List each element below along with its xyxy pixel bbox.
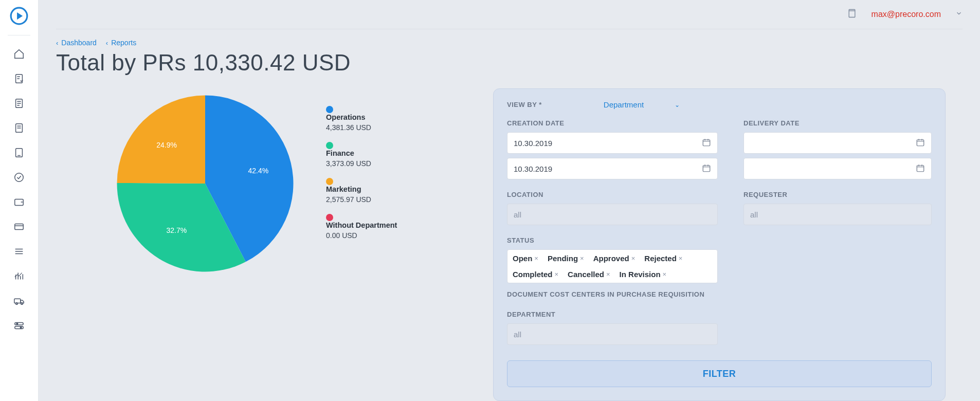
chart-legend: Operations 4,381.36 USD Finance 3,373.09… <box>326 94 397 240</box>
view-by-value: Department <box>604 100 644 109</box>
status-chips[interactable]: Open×Pending×Approved×Rejected×Completed… <box>507 249 718 283</box>
legend-item[interactable]: Operations 4,381.36 USD <box>326 106 397 132</box>
pie-slice[interactable] <box>117 96 205 184</box>
filter-panel: VIEW BY * Department ⌄ CREATION DATE 10.… <box>493 88 946 401</box>
legend-name: Marketing <box>326 185 397 193</box>
legend-name: Operations <box>326 113 397 121</box>
status-chip[interactable]: In Revision× <box>620 270 667 279</box>
svg-point-13 <box>16 323 18 324</box>
view-by-label: VIEW BY * <box>507 101 542 108</box>
status-chip[interactable]: Approved× <box>593 254 636 263</box>
user-menu-chevron[interactable] <box>955 10 963 19</box>
status-chip[interactable]: Cancelled× <box>568 270 610 279</box>
nav-reports[interactable] <box>7 266 31 286</box>
filter-button[interactable]: FILTER <box>507 360 932 387</box>
creation-date-to-value: 10.30.2019 <box>514 165 552 173</box>
svg-point-9 <box>16 303 18 305</box>
nav-list[interactable] <box>7 241 31 262</box>
legend-value: 3,373.09 USD <box>326 159 397 168</box>
status-chip[interactable]: Pending× <box>548 254 584 263</box>
nav-card[interactable] <box>7 216 31 237</box>
app-logo[interactable] <box>9 6 29 26</box>
docs-icon[interactable] <box>847 8 857 21</box>
legend-dot <box>326 214 333 221</box>
view-by-select[interactable]: Department ⌄ <box>604 100 680 109</box>
chip-remove-icon[interactable]: × <box>534 254 538 262</box>
nav-receipt[interactable] <box>7 142 31 163</box>
legend-name: Finance <box>326 149 397 157</box>
legend-item[interactable]: Finance 3,373.09 USD <box>326 142 397 168</box>
chip-remove-icon[interactable]: × <box>580 254 584 262</box>
location-value: all <box>514 210 521 219</box>
nav-supplier[interactable] <box>7 290 31 311</box>
nav-home[interactable] <box>7 44 31 64</box>
svg-rect-17 <box>703 165 710 171</box>
requester-value: all <box>750 210 758 219</box>
svg-rect-19 <box>917 165 924 171</box>
requester-input[interactable]: all <box>743 204 932 225</box>
delivery-date-label: DELIVERY DATE <box>743 119 932 127</box>
svg-point-10 <box>21 303 23 305</box>
chip-remove-icon[interactable]: × <box>606 270 610 278</box>
svg-point-14 <box>20 327 22 329</box>
nav-po[interactable] <box>7 93 31 114</box>
legend-value: 0.00 USD <box>326 231 397 240</box>
chart-zone: 42.4%32.7%24.9% Operations 4,381.36 USD … <box>56 88 493 274</box>
main-content: max@precoro.com ‹ Dashboard ‹ Reports To… <box>39 0 980 401</box>
sidebar <box>0 0 39 401</box>
nav-wallet[interactable] <box>7 192 31 212</box>
status-chip[interactable]: Rejected× <box>644 254 682 263</box>
calendar-icon <box>702 163 711 174</box>
creation-date-label: CREATION DATE <box>507 119 718 127</box>
department-label: DEPARTMENT <box>507 311 718 318</box>
location-label: LOCATION <box>507 191 718 198</box>
calendar-icon <box>916 163 925 174</box>
delivery-date-to-input[interactable] <box>743 158 932 179</box>
svg-point-5 <box>15 173 24 182</box>
status-label: STATUS <box>507 236 718 244</box>
chevron-down-icon: ⌄ <box>675 101 680 108</box>
breadcrumb-reports[interactable]: ‹ Reports <box>106 39 136 47</box>
pie-slice-label: 24.9% <box>156 141 177 149</box>
legend-value: 4,381.36 USD <box>326 123 397 132</box>
doc-cc-label: DOCUMENT COST CENTERS IN PURCHASE REQUIS… <box>507 290 718 298</box>
topbar: max@precoro.com <box>56 0 963 29</box>
user-email[interactable]: max@precoro.com <box>872 10 941 19</box>
svg-rect-7 <box>15 224 24 230</box>
pie-chart: 42.4%32.7%24.9% <box>115 94 295 274</box>
nav-approval[interactable] <box>7 167 31 188</box>
status-chip[interactable]: Completed× <box>513 270 558 279</box>
legend-dot <box>326 106 333 113</box>
legend-dot <box>326 142 333 149</box>
svg-rect-12 <box>15 326 24 329</box>
page-title: Total by PRs 10,330.42 USD <box>56 50 963 76</box>
legend-item[interactable]: Without Department 0.00 USD <box>326 214 397 240</box>
breadcrumb-dashboard-label: Dashboard <box>61 39 97 47</box>
legend-value: 2,575.97 USD <box>326 195 397 204</box>
creation-date-to-input[interactable]: 10.30.2019 <box>507 158 718 179</box>
nav-pr[interactable] <box>7 68 31 89</box>
creation-date-from-value: 10.30.2019 <box>514 139 552 148</box>
department-input[interactable]: all <box>507 323 718 345</box>
legend-name: Without Department <box>326 221 397 229</box>
chip-remove-icon[interactable]: × <box>631 254 636 262</box>
location-input[interactable]: all <box>507 204 718 225</box>
breadcrumb-reports-label: Reports <box>111 39 136 47</box>
svg-rect-18 <box>917 139 924 145</box>
nav-settings[interactable] <box>7 315 31 336</box>
legend-item[interactable]: Marketing 2,575.97 USD <box>326 178 397 204</box>
creation-date-from-input[interactable]: 10.30.2019 <box>507 132 718 154</box>
svg-rect-16 <box>703 139 710 145</box>
requester-label: REQUESTER <box>743 191 932 198</box>
chip-remove-icon[interactable]: × <box>555 270 559 278</box>
calendar-icon <box>916 138 925 149</box>
chip-remove-icon[interactable]: × <box>679 254 683 262</box>
breadcrumb-dashboard[interactable]: ‹ Dashboard <box>56 39 97 47</box>
nav-invoice[interactable] <box>7 118 31 138</box>
status-chip[interactable]: Open× <box>513 254 538 263</box>
legend-dot <box>326 178 333 185</box>
breadcrumbs: ‹ Dashboard ‹ Reports <box>56 39 963 47</box>
pie-slice-label: 32.7% <box>167 226 187 234</box>
delivery-date-from-input[interactable] <box>743 132 932 154</box>
chip-remove-icon[interactable]: × <box>663 270 667 278</box>
